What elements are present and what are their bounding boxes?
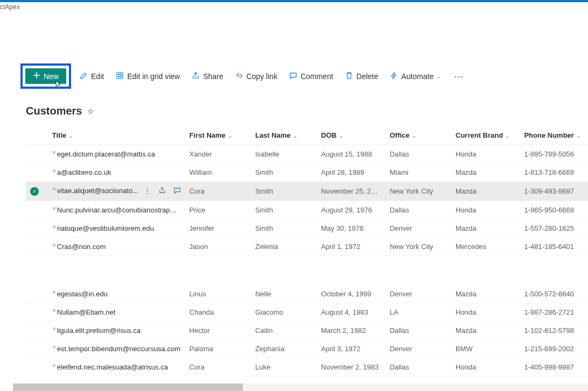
col-select[interactable] [26,126,48,145]
row-select[interactable]: ✓ [26,182,48,201]
cell-lastname: Isabelle [251,145,317,163]
cell-firstname: Jason [185,238,251,256]
share-button[interactable]: Share [188,69,226,83]
cell-phone: 1-309-493-9697 [520,182,588,201]
row-select[interactable] [26,321,48,339]
row-select[interactable] [26,339,48,358]
table-row[interactable]: ⤭ligula.elit.pretium@risus.caHectorCaili… [26,321,588,339]
link-indicator-icon: ⤭ [52,243,56,247]
col-firstname[interactable]: First Name⌄ [185,126,251,145]
link-indicator-icon: ⤭ [52,363,56,368]
cell-title[interactable]: ⤭egestas@in.edu [48,285,185,303]
cell-title[interactable]: ⤭a@aclibero.co.uk [48,163,185,182]
cell-office: Denver [386,219,451,238]
app-title: ctApex [0,2,588,13]
row-select[interactable] [26,201,48,219]
command-bar: New Edit Edit in grid view Share Copy li… [0,58,588,94]
cell-title[interactable]: ⤭eget.dictum.placerat@mattis.ca [48,145,185,163]
new-button-label: New [44,72,59,81]
cell-brand: Honda [451,303,520,321]
list-title: Customers [26,105,82,117]
chevron-down-icon: ⌄ [437,73,441,79]
table-gap [26,256,588,285]
cell-firstname: Paloma [185,339,251,358]
comment-button[interactable]: Comment [286,69,337,83]
cell-title[interactable]: ⤭Nullam@Etiam.net [48,303,185,321]
cell-firstname: Cora [185,358,251,376]
row-select[interactable] [26,145,48,163]
row-select[interactable] [26,238,48,256]
delete-icon [345,72,353,81]
plus-icon [33,72,40,81]
row-more-icon[interactable]: ⋮ [144,187,151,196]
cell-dob: November 2, 1983 [317,358,385,376]
cell-dob: October 4, 1999 [317,285,385,303]
cell-title-text: vitae.aliquet@sociisnato... [57,187,138,195]
copy-link-button[interactable]: Copy link [232,69,281,83]
cell-title[interactable]: ⤭eleifend.nec.malesuada@atrisus.ca [48,358,185,376]
grid-icon [116,72,124,81]
table-row[interactable]: ⤭est.tempor.bibendum@neccursusa.comPalom… [26,339,588,358]
cell-brand: BMW [451,339,520,358]
col-dob[interactable]: DOB⌄ [317,126,385,145]
table-row[interactable]: ⤭a@aclibero.co.ukWilliamSmithApril 28, 1… [26,163,588,182]
link-indicator-icon: ⤭ [52,290,56,295]
cell-title[interactable]: ⤭est.tempor.bibendum@neccursusa.com [48,339,185,358]
cell-title-text: Nunc.pulvinar.arcu@conubianostraper.edu [57,206,185,214]
table-row[interactable]: ⤭natoque@vestibulumlorem.eduJenniferSmit… [26,219,588,238]
table-row[interactable]: ⤭egestas@in.eduLinusNelleOctober 4, 1999… [26,285,588,303]
col-office[interactable]: Office⌄ [386,126,451,145]
svg-rect-0 [117,72,123,78]
comment-icon [289,72,297,81]
chevron-down-icon: ⌄ [228,133,232,139]
chevron-down-icon: ⌄ [412,133,416,139]
row-select[interactable] [26,219,48,238]
cell-lastname: Zephania [251,339,317,358]
row-select[interactable] [26,303,48,321]
table-row[interactable]: ⤭Nunc.pulvinar.arcu@conubianostraper.edu… [26,201,588,219]
edit-button[interactable]: Edit [76,69,107,83]
row-select[interactable] [26,163,48,182]
cell-title[interactable]: ⤭natoque@vestibulumlorem.edu [48,219,185,238]
link-indicator-icon: ⤭ [52,187,56,191]
cell-lastname: Smith [251,201,317,219]
col-title[interactable]: Title⌄ [48,126,185,145]
favorite-icon[interactable]: ☆ [87,107,94,116]
cell-dob: April 1, 1972 [317,238,385,256]
cell-lastname: Smith [251,163,317,182]
link-indicator-icon: ⤭ [52,206,56,211]
cell-phone: 1-557-280-1625 [520,219,588,238]
row-select[interactable] [26,358,48,376]
new-button[interactable]: New [25,68,66,84]
cell-lastname: Giacomo [251,303,317,321]
table-row[interactable]: ⤭Cras@non.comJasonZeleniaApril 1, 1972Ne… [26,238,588,256]
row-select[interactable] [26,285,48,303]
cell-title-text: eget.dictum.placerat@mattis.ca [57,150,155,158]
edit-grid-button[interactable]: Edit in grid view [113,69,183,83]
table-row[interactable]: ⤭Nullam@Etiam.netChandaGiacomoAugust 4, … [26,303,588,321]
cell-title[interactable]: ⤭Cras@non.com [48,238,185,256]
row-comment-icon[interactable] [173,187,181,196]
cell-dob: August 4, 1983 [317,303,385,321]
cell-title[interactable]: ⤭ligula.elit.pretium@risus.ca [48,321,185,339]
cell-phone: 1-965-950-6669 [520,201,588,219]
more-commands-button[interactable]: ⋯ [450,68,468,84]
cell-office: LA [386,303,451,321]
cell-title-text: eleifend.nec.malesuada@atrisus.ca [57,363,168,371]
cell-dob: May 30, 1976 [317,219,385,238]
table-row[interactable]: ⤭eget.dictum.placerat@mattis.caXanderIsa… [26,145,588,163]
table-row[interactable]: ⤭eleifend.nec.malesuada@atrisus.caCoraLu… [26,358,588,376]
col-phone[interactable]: Phone Number⌄ [520,126,588,145]
cell-title[interactable]: ⤭Nunc.pulvinar.arcu@conubianostraper.edu [48,201,185,219]
cell-phone: 1-481-185-6401 [520,238,588,256]
col-brand[interactable]: Current Brand⌄ [451,126,520,145]
row-share-icon[interactable] [158,187,166,196]
col-lastname[interactable]: Last Name⌄ [251,126,317,145]
automate-button[interactable]: Automate ⌄ [387,69,444,83]
cmd-label: Edit in grid view [127,72,180,81]
cell-title[interactable]: ⤭vitae.aliquet@sociisnato...⋮ [48,182,185,201]
table-row[interactable]: ✓⤭vitae.aliquet@sociisnato...⋮CoraSmithN… [26,182,588,201]
cell-office: New York City [386,238,451,256]
delete-button[interactable]: Delete [342,69,381,83]
link-indicator-icon: ⤭ [52,326,56,331]
